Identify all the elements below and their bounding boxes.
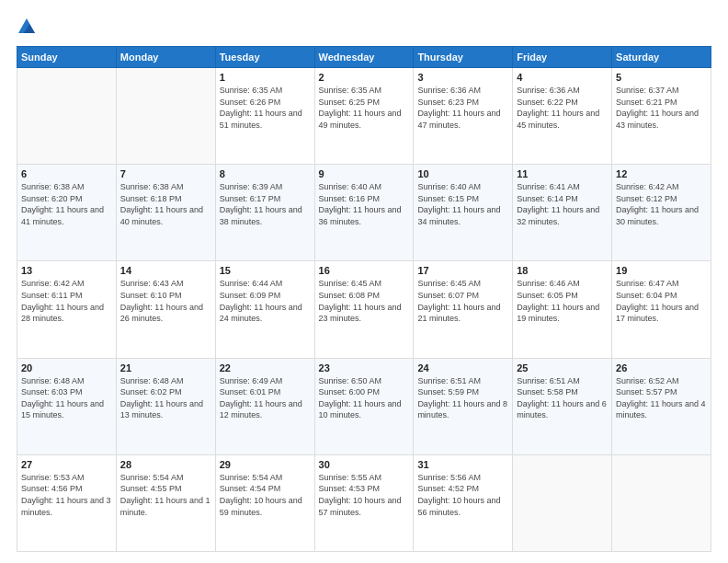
calendar-cell: 3Sunrise: 6:36 AMSunset: 6:23 PMDaylight… xyxy=(414,68,513,165)
day-info: Sunrise: 6:35 AMSunset: 6:25 PMDaylight:… xyxy=(319,85,410,131)
day-info: Sunrise: 6:36 AMSunset: 6:22 PMDaylight:… xyxy=(517,85,608,131)
calendar-week-5: 27Sunrise: 5:53 AMSunset: 4:56 PMDayligh… xyxy=(17,454,711,551)
calendar-cell: 8Sunrise: 6:39 AMSunset: 6:17 PMDaylight… xyxy=(215,165,314,261)
calendar-cell: 6Sunrise: 6:38 AMSunset: 6:20 PMDaylight… xyxy=(17,165,117,261)
day-info: Sunrise: 6:47 AMSunset: 6:04 PMDaylight:… xyxy=(616,278,707,324)
day-number: 17 xyxy=(417,265,508,276)
calendar-cell: 4Sunrise: 6:36 AMSunset: 6:22 PMDaylight… xyxy=(513,68,612,165)
day-info: Sunrise: 5:54 AMSunset: 4:54 PMDaylight:… xyxy=(220,472,311,518)
day-number: 5 xyxy=(616,72,707,83)
day-number: 25 xyxy=(517,362,608,373)
day-info: Sunrise: 5:56 AMSunset: 4:52 PMDaylight:… xyxy=(417,472,508,518)
day-info: Sunrise: 6:36 AMSunset: 6:23 PMDaylight:… xyxy=(417,85,508,131)
calendar-cell xyxy=(116,68,215,165)
day-info: Sunrise: 5:53 AMSunset: 4:56 PMDaylight:… xyxy=(21,472,112,518)
calendar-body: 1Sunrise: 6:35 AMSunset: 6:26 PMDaylight… xyxy=(17,68,711,552)
day-number: 30 xyxy=(319,459,410,470)
calendar-cell: 25Sunrise: 6:51 AMSunset: 5:58 PMDayligh… xyxy=(513,358,612,454)
day-number: 13 xyxy=(21,265,112,276)
calendar-cell: 31Sunrise: 5:56 AMSunset: 4:52 PMDayligh… xyxy=(414,454,513,551)
calendar-cell: 2Sunrise: 6:35 AMSunset: 6:25 PMDaylight… xyxy=(314,68,414,165)
logo xyxy=(17,17,40,37)
day-number: 9 xyxy=(319,168,410,179)
header xyxy=(17,17,711,37)
calendar-cell: 18Sunrise: 6:46 AMSunset: 6:05 PMDayligh… xyxy=(513,261,612,358)
calendar-cell: 16Sunrise: 6:45 AMSunset: 6:08 PMDayligh… xyxy=(314,261,414,358)
calendar-cell: 22Sunrise: 6:49 AMSunset: 6:01 PMDayligh… xyxy=(215,358,314,454)
calendar-cell xyxy=(17,68,117,165)
calendar-table: Sunday Monday Tuesday Wednesday Thursday… xyxy=(17,46,711,552)
calendar-cell: 17Sunrise: 6:45 AMSunset: 6:07 PMDayligh… xyxy=(414,261,513,358)
day-info: Sunrise: 6:48 AMSunset: 6:02 PMDaylight:… xyxy=(120,375,211,421)
day-number: 24 xyxy=(417,362,508,373)
day-info: Sunrise: 5:55 AMSunset: 4:53 PMDaylight:… xyxy=(319,472,410,518)
day-info: Sunrise: 6:35 AMSunset: 6:26 PMDaylight:… xyxy=(220,85,311,131)
day-info: Sunrise: 6:37 AMSunset: 6:21 PMDaylight:… xyxy=(616,85,707,131)
day-info: Sunrise: 6:41 AMSunset: 6:14 PMDaylight:… xyxy=(517,181,608,227)
calendar-cell: 5Sunrise: 6:37 AMSunset: 6:21 PMDaylight… xyxy=(612,68,711,165)
day-info: Sunrise: 6:38 AMSunset: 6:20 PMDaylight:… xyxy=(21,181,112,227)
calendar-cell: 13Sunrise: 6:42 AMSunset: 6:11 PMDayligh… xyxy=(17,261,117,358)
calendar-cell: 27Sunrise: 5:53 AMSunset: 4:56 PMDayligh… xyxy=(17,454,117,551)
calendar-cell: 23Sunrise: 6:50 AMSunset: 6:00 PMDayligh… xyxy=(314,358,414,454)
day-info: Sunrise: 6:51 AMSunset: 5:58 PMDaylight:… xyxy=(517,375,608,421)
calendar-cell: 11Sunrise: 6:41 AMSunset: 6:14 PMDayligh… xyxy=(513,165,612,261)
day-number: 4 xyxy=(517,72,608,83)
col-sunday: Sunday xyxy=(17,47,117,68)
calendar-cell: 12Sunrise: 6:42 AMSunset: 6:12 PMDayligh… xyxy=(612,165,711,261)
day-info: Sunrise: 6:42 AMSunset: 6:12 PMDaylight:… xyxy=(616,181,707,227)
day-info: Sunrise: 6:40 AMSunset: 6:16 PMDaylight:… xyxy=(319,181,410,227)
day-info: Sunrise: 6:48 AMSunset: 6:03 PMDaylight:… xyxy=(21,375,112,421)
day-number: 15 xyxy=(220,265,311,276)
day-info: Sunrise: 5:54 AMSunset: 4:55 PMDaylight:… xyxy=(120,472,211,518)
day-number: 2 xyxy=(319,72,410,83)
col-wednesday: Wednesday xyxy=(314,47,414,68)
day-number: 8 xyxy=(220,168,311,179)
day-info: Sunrise: 6:39 AMSunset: 6:17 PMDaylight:… xyxy=(220,181,311,227)
day-number: 20 xyxy=(21,362,112,373)
day-number: 16 xyxy=(319,265,410,276)
header-row: Sunday Monday Tuesday Wednesday Thursday… xyxy=(17,47,711,68)
calendar-cell: 14Sunrise: 6:43 AMSunset: 6:10 PMDayligh… xyxy=(116,261,215,358)
day-number: 14 xyxy=(120,265,211,276)
col-monday: Monday xyxy=(116,47,215,68)
day-number: 12 xyxy=(616,168,707,179)
col-thursday: Thursday xyxy=(414,47,513,68)
logo-icon xyxy=(17,17,37,37)
day-info: Sunrise: 6:50 AMSunset: 6:00 PMDaylight:… xyxy=(319,375,410,421)
calendar-cell: 29Sunrise: 5:54 AMSunset: 4:54 PMDayligh… xyxy=(215,454,314,551)
calendar-cell: 10Sunrise: 6:40 AMSunset: 6:15 PMDayligh… xyxy=(414,165,513,261)
day-number: 18 xyxy=(517,265,608,276)
day-number: 11 xyxy=(517,168,608,179)
calendar-cell: 15Sunrise: 6:44 AMSunset: 6:09 PMDayligh… xyxy=(215,261,314,358)
calendar-week-3: 13Sunrise: 6:42 AMSunset: 6:11 PMDayligh… xyxy=(17,261,711,358)
calendar-cell: 24Sunrise: 6:51 AMSunset: 5:59 PMDayligh… xyxy=(414,358,513,454)
calendar-cell: 26Sunrise: 6:52 AMSunset: 5:57 PMDayligh… xyxy=(612,358,711,454)
calendar-cell: 7Sunrise: 6:38 AMSunset: 6:18 PMDaylight… xyxy=(116,165,215,261)
calendar-cell xyxy=(612,454,711,551)
day-number: 7 xyxy=(120,168,211,179)
day-number: 3 xyxy=(417,72,508,83)
day-number: 31 xyxy=(417,459,508,470)
calendar-week-4: 20Sunrise: 6:48 AMSunset: 6:03 PMDayligh… xyxy=(17,358,711,454)
day-number: 29 xyxy=(220,459,311,470)
calendar-cell: 30Sunrise: 5:55 AMSunset: 4:53 PMDayligh… xyxy=(314,454,414,551)
day-info: Sunrise: 6:49 AMSunset: 6:01 PMDaylight:… xyxy=(220,375,311,421)
calendar-cell: 9Sunrise: 6:40 AMSunset: 6:16 PMDaylight… xyxy=(314,165,414,261)
day-number: 6 xyxy=(21,168,112,179)
day-info: Sunrise: 6:38 AMSunset: 6:18 PMDaylight:… xyxy=(120,181,211,227)
calendar-cell xyxy=(513,454,612,551)
col-tuesday: Tuesday xyxy=(215,47,314,68)
calendar-week-1: 1Sunrise: 6:35 AMSunset: 6:26 PMDaylight… xyxy=(17,68,711,165)
day-info: Sunrise: 6:43 AMSunset: 6:10 PMDaylight:… xyxy=(120,278,211,324)
calendar-cell: 20Sunrise: 6:48 AMSunset: 6:03 PMDayligh… xyxy=(17,358,117,454)
calendar-cell: 1Sunrise: 6:35 AMSunset: 6:26 PMDaylight… xyxy=(215,68,314,165)
calendar-week-2: 6Sunrise: 6:38 AMSunset: 6:20 PMDaylight… xyxy=(17,165,711,261)
calendar-cell: 28Sunrise: 5:54 AMSunset: 4:55 PMDayligh… xyxy=(116,454,215,551)
day-number: 21 xyxy=(120,362,211,373)
calendar-header: Sunday Monday Tuesday Wednesday Thursday… xyxy=(17,47,711,68)
day-info: Sunrise: 6:40 AMSunset: 6:15 PMDaylight:… xyxy=(417,181,508,227)
col-saturday: Saturday xyxy=(612,47,711,68)
page: Sunday Monday Tuesday Wednesday Thursday… xyxy=(0,0,728,563)
day-number: 1 xyxy=(220,72,311,83)
